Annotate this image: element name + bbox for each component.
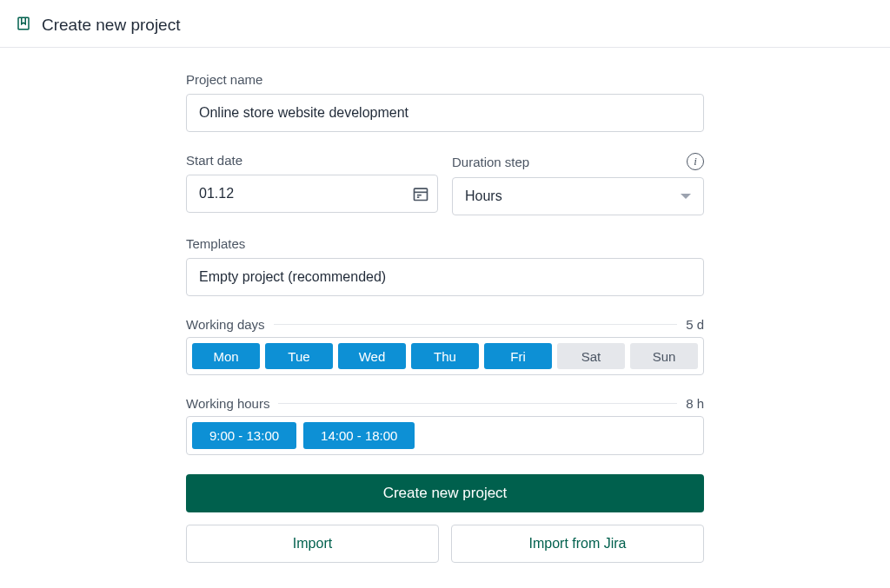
calendar-icon[interactable] [412, 185, 429, 202]
working-hours-box: 9:00 - 13:00 14:00 - 18:00 [186, 416, 704, 455]
templates-label: Templates [186, 236, 704, 251]
duration-step-select[interactable]: Hours [452, 177, 704, 215]
day-fri[interactable]: Fri [484, 343, 552, 369]
project-name-label: Project name [186, 72, 704, 87]
import-button[interactable]: Import [186, 525, 439, 563]
page-header: Create new project [0, 0, 890, 48]
working-days-box: Mon Tue Wed Thu Fri Sat Sun [186, 337, 704, 375]
working-days-label: Working days [186, 317, 265, 332]
divider [274, 324, 678, 325]
start-date-label: Start date [186, 153, 438, 168]
working-hours-label: Working hours [186, 396, 269, 411]
day-sun[interactable]: Sun [630, 343, 698, 369]
page-title: Create new project [42, 16, 180, 35]
start-date-input[interactable] [186, 175, 438, 213]
duration-step-value: Hours [465, 188, 502, 204]
day-wed[interactable]: Wed [338, 343, 406, 369]
day-thu[interactable]: Thu [411, 343, 479, 369]
hour-range-1[interactable]: 9:00 - 13:00 [192, 422, 296, 449]
day-tue[interactable]: Tue [265, 343, 333, 369]
working-days-summary: 5 d [686, 317, 704, 332]
create-project-button[interactable]: Create new project [186, 474, 704, 512]
info-icon[interactable]: i [687, 153, 704, 170]
project-name-input[interactable] [186, 94, 704, 132]
working-hours-summary: 8 h [686, 396, 704, 411]
day-sat[interactable]: Sat [557, 343, 625, 369]
bookmark-icon [16, 16, 31, 35]
chevron-down-icon [681, 194, 691, 199]
duration-step-label: Duration step [452, 155, 529, 169]
templates-value: Empty project (recommended) [199, 269, 386, 285]
divider [278, 403, 677, 404]
templates-select[interactable]: Empty project (recommended) [186, 258, 704, 296]
form-container: Project name Start date Duration step [186, 48, 704, 563]
import-jira-button[interactable]: Import from Jira [451, 525, 704, 563]
hour-range-2[interactable]: 14:00 - 18:00 [303, 422, 415, 449]
day-mon[interactable]: Mon [192, 343, 260, 369]
